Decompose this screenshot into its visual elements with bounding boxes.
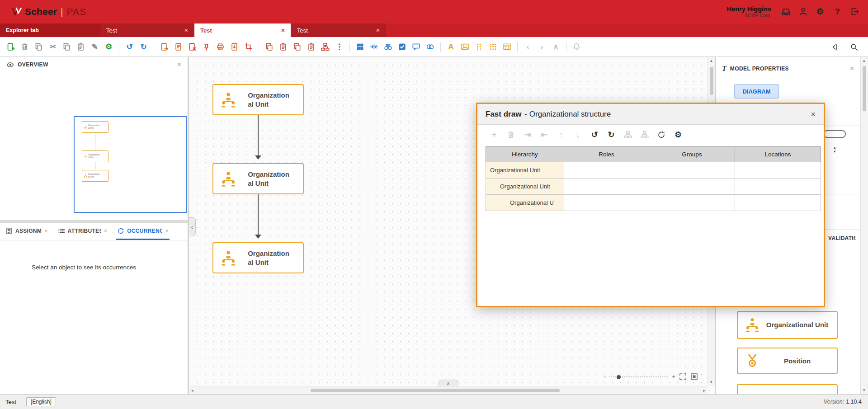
tab-test-3[interactable]: Test × (291, 24, 386, 37)
scroll-right-icon[interactable]: ▸ (703, 389, 705, 393)
toolbar-grid-large-button[interactable] (486, 40, 500, 54)
user-button[interactable] (797, 6, 808, 17)
locations-cell[interactable] (735, 179, 821, 195)
dialog-settings-button[interactable]: ⚙ (672, 128, 684, 141)
tab-test-2-active[interactable]: Test × (194, 24, 291, 37)
tab-explorer[interactable]: Explorer tab (0, 24, 100, 37)
help-button[interactable]: ? (832, 6, 843, 17)
toolbar-grid-view-button[interactable] (353, 40, 367, 54)
toolbar-validate-button[interactable] (395, 40, 409, 54)
toolbar-align-objects-button[interactable] (367, 40, 381, 54)
close-icon[interactable]: × (850, 65, 854, 72)
dialog-title-bar[interactable]: Fast draw - Organizational structure × (477, 104, 824, 125)
dialog-undo-button[interactable]: ↺ (589, 128, 600, 141)
horizontal-scroll-thumb[interactable] (311, 389, 560, 392)
toolbar-nav-back-button[interactable]: ‹ (521, 40, 535, 54)
toolbar-insert-table-button[interactable] (500, 40, 514, 54)
toolbar-edit-button[interactable]: ✎ (88, 40, 102, 54)
hierarchy-cell[interactable]: Organizational U (486, 195, 564, 211)
dialog-move-up-button[interactable]: ↑ (555, 128, 567, 141)
stepper-down-icon[interactable]: ▾ (834, 150, 836, 154)
toolbar-grid-small-button[interactable] (472, 40, 486, 54)
dialog-delete-row-button[interactable] (505, 128, 517, 141)
toolbar-font-style-button[interactable]: A (444, 40, 458, 54)
toolbar-comments-button[interactable] (409, 40, 423, 54)
overview-minimap[interactable]: Organization al Unit Organization al Uni… (0, 72, 188, 220)
toolbar-pin-button[interactable] (199, 40, 213, 54)
toolbar-snapshot-button[interactable] (241, 40, 255, 54)
dialog-move-down-button[interactable]: ↓ (572, 128, 584, 141)
toolbar-paste-occurrence-button[interactable] (276, 40, 290, 54)
canvas-horizontal-scrollbar[interactable]: ◂ ▸ ∧ (189, 386, 708, 394)
toolbar-nav-forward-button[interactable]: › (535, 40, 549, 54)
close-icon[interactable]: × (165, 227, 169, 234)
close-icon[interactable]: × (852, 234, 856, 242)
toolbar-more-button[interactable]: ⋮ (332, 40, 346, 54)
close-icon[interactable]: × (281, 27, 285, 34)
connector-line[interactable] (258, 194, 259, 235)
hierarchy-cell[interactable]: Organizational Unit (486, 162, 564, 179)
column-header-hierarchy[interactable]: Hierarchy (486, 147, 564, 162)
roles-cell[interactable] (564, 179, 649, 195)
scroll-left-icon[interactable]: ◂ (191, 389, 193, 393)
zoom-out-button[interactable]: - (604, 373, 606, 380)
toolbar-notifications-button[interactable] (570, 40, 584, 54)
dialog-redo-button[interactable]: ↻ (605, 128, 617, 141)
column-header-locations[interactable]: Locations (735, 147, 821, 162)
column-header-groups[interactable]: Groups (649, 147, 735, 162)
toolbar-new-model-button[interactable] (4, 40, 18, 54)
zoom-slider[interactable] (609, 374, 668, 380)
scroll-down-icon[interactable]: ▾ (710, 380, 712, 384)
toolbar-report-button[interactable] (171, 40, 185, 54)
dialog-outdent-row-button[interactable]: ⇤ (538, 128, 550, 141)
locations-cell[interactable] (735, 162, 821, 179)
scroll-thumb[interactable] (863, 66, 866, 111)
toolbar-delete-button[interactable] (18, 40, 32, 54)
dialog-branch-right-button[interactable] (639, 128, 651, 141)
connector-line[interactable] (258, 115, 259, 155)
close-icon[interactable]: × (44, 227, 48, 234)
fit-to-view-icon[interactable] (690, 373, 698, 381)
close-icon[interactable]: × (811, 110, 816, 118)
toolbar-insert-image-button[interactable] (458, 40, 472, 54)
scroll-up-icon[interactable]: ▴ (710, 59, 712, 63)
toolbar-export-button[interactable] (157, 40, 171, 54)
org-unit-node-3[interactable]: Organization al Unit (212, 242, 304, 273)
diagram-type-button[interactable]: DIAGRAM (734, 84, 779, 99)
scroll-up-icon[interactable]: ▴ (863, 59, 865, 63)
palette-item-organizational-unit[interactable]: Organizational Unit (737, 311, 838, 339)
close-icon[interactable]: × (104, 227, 108, 234)
close-icon[interactable]: × (177, 61, 181, 68)
toolbar-duplicate-button[interactable] (32, 40, 46, 54)
dialog-branch-left-button[interactable] (622, 128, 634, 141)
collapse-bottom-panel-button[interactable]: ∧ (439, 380, 458, 387)
toolbar-nav-up-button[interactable]: ∧ (549, 40, 563, 54)
inbox-button[interactable] (780, 6, 791, 17)
roles-cell[interactable] (564, 162, 649, 179)
close-icon[interactable]: × (376, 27, 380, 34)
toolbar-import-button[interactable] (227, 40, 241, 54)
tab-test-1[interactable]: Test × (100, 24, 194, 37)
properties-toggle[interactable] (823, 130, 846, 138)
groups-cell[interactable] (649, 179, 735, 195)
toolbar-model-settings-button[interactable]: ⚙ (102, 40, 116, 54)
toolbar-redo-button[interactable]: ↻ (137, 40, 151, 54)
toolbar-search-button[interactable] (847, 40, 861, 54)
column-header-roles[interactable]: Roles (564, 147, 649, 162)
tab-occurrences[interactable]: OCCURRENCES × (116, 223, 170, 240)
locations-cell[interactable] (735, 195, 821, 211)
zoom-in-button[interactable]: + (672, 373, 675, 380)
user-meta[interactable]: Henry Higgins ACME Corp. (727, 5, 771, 19)
toolbar-paste-subtree-button[interactable] (304, 40, 318, 54)
scroll-down-icon[interactable]: ▾ (863, 388, 865, 392)
toolbar-copy-occurrence-button[interactable] (262, 40, 276, 54)
toolbar-cut-button[interactable]: ✂ (46, 40, 60, 54)
app-logo[interactable]: Scheer | PAS (12, 6, 86, 17)
palette-item-position[interactable]: Position (737, 348, 838, 374)
fullscreen-icon[interactable] (679, 373, 687, 381)
toolbar-collapse-panel-button[interactable] (827, 40, 841, 54)
toolbar-copy-subtree-button[interactable] (290, 40, 304, 54)
tab-assignments[interactable]: ASSIGNMENTS × (5, 223, 49, 240)
org-unit-node-1[interactable]: Organization al Unit (212, 84, 304, 115)
groups-cell[interactable] (649, 162, 735, 179)
